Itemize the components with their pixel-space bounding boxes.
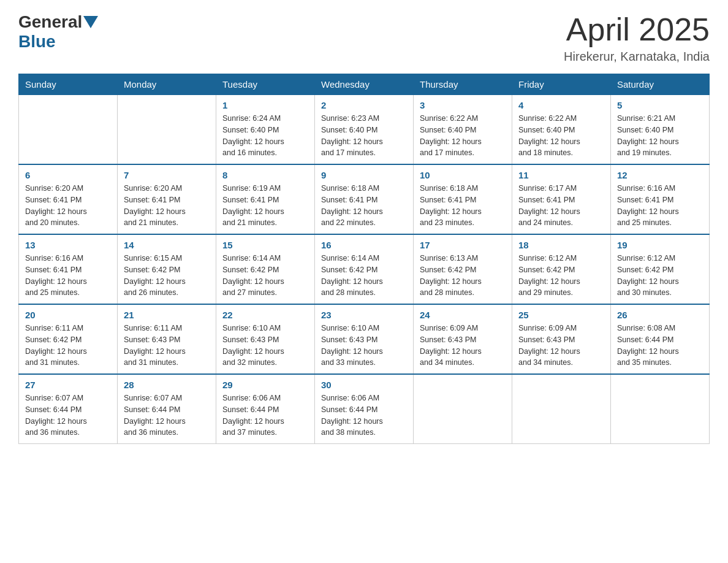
weekday-header-friday: Friday: [512, 74, 611, 95]
calendar-cell: 24Sunrise: 6:09 AMSunset: 6:43 PMDayligh…: [414, 304, 512, 374]
calendar-cell: 6Sunrise: 6:20 AMSunset: 6:41 PMDaylight…: [19, 164, 118, 234]
day-number: 27: [25, 380, 111, 390]
calendar-cell: 17Sunrise: 6:13 AMSunset: 6:42 PMDayligh…: [414, 234, 512, 304]
day-number: 24: [420, 310, 506, 320]
calendar-cell: 9Sunrise: 6:18 AMSunset: 6:41 PMDaylight…: [315, 164, 414, 234]
day-number: 18: [518, 240, 604, 250]
weekday-header-monday: Monday: [118, 74, 216, 95]
day-number: 10: [420, 170, 506, 180]
calendar-cell: 19Sunrise: 6:12 AMSunset: 6:42 PMDayligh…: [611, 234, 710, 304]
day-info: Sunrise: 6:22 AMSunset: 6:40 PMDaylight:…: [518, 113, 604, 159]
day-number: 25: [518, 310, 604, 320]
calendar-week-row: 27Sunrise: 6:07 AMSunset: 6:44 PMDayligh…: [19, 374, 710, 444]
title-area: April 2025 Hirekerur, Karnataka, India: [564, 12, 710, 64]
day-info: Sunrise: 6:14 AMSunset: 6:42 PMDaylight:…: [222, 253, 308, 299]
calendar-cell: [414, 374, 512, 444]
calendar-cell: 13Sunrise: 6:16 AMSunset: 6:41 PMDayligh…: [19, 234, 118, 304]
weekday-header-thursday: Thursday: [414, 74, 512, 95]
day-info: Sunrise: 6:10 AMSunset: 6:43 PMDaylight:…: [222, 323, 308, 369]
calendar-cell: 16Sunrise: 6:14 AMSunset: 6:42 PMDayligh…: [315, 234, 414, 304]
day-number: 7: [124, 170, 210, 180]
weekday-header-saturday: Saturday: [611, 74, 710, 95]
day-info: Sunrise: 6:18 AMSunset: 6:41 PMDaylight:…: [321, 183, 407, 229]
calendar-week-row: 6Sunrise: 6:20 AMSunset: 6:41 PMDaylight…: [19, 164, 710, 234]
calendar-cell: 23Sunrise: 6:10 AMSunset: 6:43 PMDayligh…: [315, 304, 414, 374]
logo-text: General: [18, 12, 99, 32]
day-number: 16: [321, 240, 407, 250]
calendar-cell: 11Sunrise: 6:17 AMSunset: 6:41 PMDayligh…: [512, 164, 611, 234]
day-info: Sunrise: 6:19 AMSunset: 6:41 PMDaylight:…: [222, 183, 308, 229]
day-info: Sunrise: 6:20 AMSunset: 6:41 PMDaylight:…: [25, 183, 111, 229]
day-number: 29: [222, 380, 308, 390]
day-info: Sunrise: 6:23 AMSunset: 6:40 PMDaylight:…: [321, 113, 407, 159]
calendar-cell: 28Sunrise: 6:07 AMSunset: 6:44 PMDayligh…: [118, 374, 216, 444]
calendar-cell: 5Sunrise: 6:21 AMSunset: 6:40 PMDaylight…: [611, 95, 710, 165]
weekday-header-wednesday: Wednesday: [315, 74, 414, 95]
calendar-cell: 7Sunrise: 6:20 AMSunset: 6:41 PMDaylight…: [118, 164, 216, 234]
day-info: Sunrise: 6:14 AMSunset: 6:42 PMDaylight:…: [321, 253, 407, 299]
calendar-cell: 22Sunrise: 6:10 AMSunset: 6:43 PMDayligh…: [216, 304, 315, 374]
calendar-cell: 20Sunrise: 6:11 AMSunset: 6:42 PMDayligh…: [19, 304, 118, 374]
day-number: 15: [222, 240, 308, 250]
day-info: Sunrise: 6:11 AMSunset: 6:43 PMDaylight:…: [124, 323, 210, 369]
day-number: 19: [617, 240, 703, 250]
day-number: 30: [321, 380, 407, 390]
calendar-cell: 4Sunrise: 6:22 AMSunset: 6:40 PMDaylight…: [512, 95, 611, 165]
calendar-table: SundayMondayTuesdayWednesdayThursdayFrid…: [18, 74, 710, 444]
day-info: Sunrise: 6:21 AMSunset: 6:40 PMDaylight:…: [617, 113, 703, 159]
weekday-header-row: SundayMondayTuesdayWednesdayThursdayFrid…: [19, 74, 710, 95]
day-info: Sunrise: 6:09 AMSunset: 6:43 PMDaylight:…: [518, 323, 604, 369]
day-number: 14: [124, 240, 210, 250]
calendar-cell: [19, 95, 118, 165]
location-title: Hirekerur, Karnataka, India: [564, 50, 710, 64]
calendar-cell: 26Sunrise: 6:08 AMSunset: 6:44 PMDayligh…: [611, 304, 710, 374]
day-info: Sunrise: 6:18 AMSunset: 6:41 PMDaylight:…: [420, 183, 506, 229]
day-info: Sunrise: 6:09 AMSunset: 6:43 PMDaylight:…: [420, 323, 506, 369]
day-number: 13: [25, 240, 111, 250]
day-number: 5: [617, 100, 703, 110]
calendar-cell: 2Sunrise: 6:23 AMSunset: 6:40 PMDaylight…: [315, 95, 414, 165]
calendar-body: 1Sunrise: 6:24 AMSunset: 6:40 PMDaylight…: [19, 95, 710, 444]
weekday-header-tuesday: Tuesday: [216, 74, 315, 95]
calendar-header: SundayMondayTuesdayWednesdayThursdayFrid…: [19, 74, 710, 95]
weekday-header-sunday: Sunday: [19, 74, 118, 95]
day-number: 17: [420, 240, 506, 250]
calendar-cell: 29Sunrise: 6:06 AMSunset: 6:44 PMDayligh…: [216, 374, 315, 444]
logo: General Blue: [18, 12, 99, 52]
month-title: April 2025: [564, 12, 710, 47]
day-number: 23: [321, 310, 407, 320]
calendar-cell: 27Sunrise: 6:07 AMSunset: 6:44 PMDayligh…: [19, 374, 118, 444]
day-number: 8: [222, 170, 308, 180]
logo-blue-text: Blue: [18, 32, 56, 52]
calendar-cell: 3Sunrise: 6:22 AMSunset: 6:40 PMDaylight…: [414, 95, 512, 165]
calendar-cell: 8Sunrise: 6:19 AMSunset: 6:41 PMDaylight…: [216, 164, 315, 234]
calendar-cell: 25Sunrise: 6:09 AMSunset: 6:43 PMDayligh…: [512, 304, 611, 374]
calendar-cell: 14Sunrise: 6:15 AMSunset: 6:42 PMDayligh…: [118, 234, 216, 304]
day-info: Sunrise: 6:22 AMSunset: 6:40 PMDaylight:…: [420, 113, 506, 159]
day-info: Sunrise: 6:11 AMSunset: 6:42 PMDaylight:…: [25, 323, 111, 369]
day-info: Sunrise: 6:16 AMSunset: 6:41 PMDaylight:…: [617, 183, 703, 229]
day-number: 2: [321, 100, 407, 110]
day-info: Sunrise: 6:13 AMSunset: 6:42 PMDaylight:…: [420, 253, 506, 299]
day-info: Sunrise: 6:06 AMSunset: 6:44 PMDaylight:…: [222, 393, 308, 439]
calendar-week-row: 20Sunrise: 6:11 AMSunset: 6:42 PMDayligh…: [19, 304, 710, 374]
calendar-week-row: 13Sunrise: 6:16 AMSunset: 6:41 PMDayligh…: [19, 234, 710, 304]
calendar-cell: [611, 374, 710, 444]
day-info: Sunrise: 6:15 AMSunset: 6:42 PMDaylight:…: [124, 253, 210, 299]
day-number: 11: [518, 170, 604, 180]
day-info: Sunrise: 6:17 AMSunset: 6:41 PMDaylight:…: [518, 183, 604, 229]
calendar-cell: 30Sunrise: 6:06 AMSunset: 6:44 PMDayligh…: [315, 374, 414, 444]
day-info: Sunrise: 6:10 AMSunset: 6:43 PMDaylight:…: [321, 323, 407, 369]
day-info: Sunrise: 6:07 AMSunset: 6:44 PMDaylight:…: [124, 393, 210, 439]
calendar-cell: [118, 95, 216, 165]
calendar-cell: [512, 374, 611, 444]
logo-triangle-icon: [83, 16, 98, 28]
day-info: Sunrise: 6:24 AMSunset: 6:40 PMDaylight:…: [222, 113, 308, 159]
day-number: 12: [617, 170, 703, 180]
day-number: 22: [222, 310, 308, 320]
day-info: Sunrise: 6:12 AMSunset: 6:42 PMDaylight:…: [617, 253, 703, 299]
day-info: Sunrise: 6:16 AMSunset: 6:41 PMDaylight:…: [25, 253, 111, 299]
day-info: Sunrise: 6:12 AMSunset: 6:42 PMDaylight:…: [518, 253, 604, 299]
calendar-cell: 15Sunrise: 6:14 AMSunset: 6:42 PMDayligh…: [216, 234, 315, 304]
day-info: Sunrise: 6:20 AMSunset: 6:41 PMDaylight:…: [124, 183, 210, 229]
